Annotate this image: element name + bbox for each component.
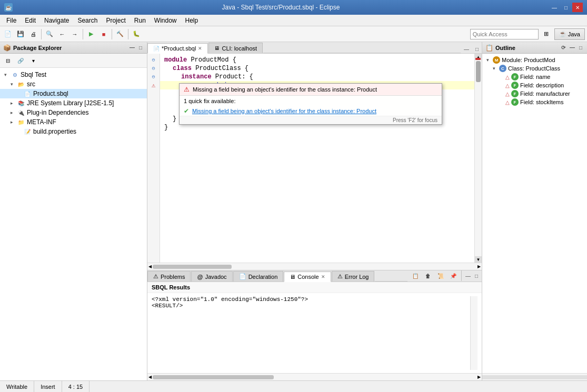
outline-extra-btn[interactable]: ⟳ (560, 44, 567, 51)
tab-problems[interactable]: ⚠ Problems (147, 271, 191, 282)
console-hscroll-right[interactable]: ▶ (476, 375, 482, 379)
editor-minimize-button[interactable]: — (461, 45, 472, 53)
tab-javadoc[interactable]: @ Javadoc (191, 271, 232, 282)
menu-window[interactable]: Window (150, 15, 181, 26)
metainf-icon: 📁 (17, 118, 25, 126)
main-layout: 📦 Package Explorer — □ ⊟ 🔗 ▾ ▾ ⚙ Sbql Te… (0, 42, 587, 380)
console-tab-close[interactable]: ✕ (321, 274, 325, 279)
bottom-maximize-button[interactable]: □ (473, 273, 480, 279)
fold-3[interactable]: ⊖ (147, 73, 160, 81)
outline-class[interactable]: ▾ C Class: ProductClass (482, 64, 587, 73)
tab-declaration[interactable]: 📄 Declaration (233, 271, 284, 282)
outline-field-name[interactable]: △ F Field: name (482, 73, 587, 81)
tree-item-metainf[interactable]: ▸ 📁 META-INF (0, 117, 147, 127)
menu-search[interactable]: Search (73, 15, 102, 26)
view-menu-button[interactable]: ▾ (27, 55, 39, 66)
quick-access-input[interactable] (470, 29, 539, 39)
maximize-button[interactable]: □ (561, 3, 571, 12)
tree-item-src[interactable]: ▾ 📂 src (0, 79, 147, 89)
popup-footer: Press 'F2' for focus (180, 116, 442, 124)
save-button[interactable]: 💾 (15, 28, 26, 40)
menu-edit[interactable]: Edit (21, 15, 40, 26)
forward-button[interactable]: → (69, 28, 81, 40)
bottom-minimize-button[interactable]: — (464, 273, 472, 279)
perspective-open-button[interactable]: ⊞ (541, 28, 552, 40)
errorlog-tab-label: Error Log (345, 274, 369, 280)
fold-1[interactable]: ⊖ (147, 56, 160, 64)
tree-item-jre[interactable]: ▸ 📚 JRE System Library [J2SE-1.5] (0, 98, 147, 108)
back-button[interactable]: ← (56, 28, 68, 40)
menu-file[interactable]: File (2, 15, 21, 26)
tree-item-product-sbql[interactable]: 📄 Product.sbql (0, 89, 147, 98)
hscroll-left-button[interactable]: ◀ (147, 264, 153, 269)
outline-field-description[interactable]: △ F Field: description (482, 81, 587, 89)
console-hscroll-thumb[interactable] (153, 375, 274, 379)
editor-vscroll[interactable]: ▲ ▼ (474, 54, 482, 263)
popup-fix-item[interactable]: ✔ Missing a field being an object's iden… (180, 106, 442, 116)
link-with-editor-button[interactable]: 🔗 (15, 55, 26, 66)
search-button[interactable]: 🔍 (44, 28, 55, 40)
tab-product-sbql[interactable]: 📄 *Product.sbql ✕ (147, 43, 208, 54)
console-pin-button[interactable]: 📌 (447, 270, 459, 282)
outline-maximize-button[interactable]: □ (578, 44, 584, 51)
tab-errorlog[interactable]: ⚠ Error Log (332, 271, 375, 282)
minimize-button[interactable]: — (549, 3, 560, 12)
jre-icon: 📚 (17, 99, 25, 107)
scroll-thumb[interactable] (476, 61, 481, 82)
quick-access-area: ⊞ ☕ Java (470, 28, 585, 40)
outline-field-stockitems[interactable]: △ F Field: stockItems (482, 98, 587, 106)
editor-maximize-button[interactable]: □ (472, 45, 482, 53)
package-explorer-header: 📦 Package Explorer — □ (0, 42, 147, 54)
tab-cli[interactable]: 🖥 CLI: localhost (208, 43, 263, 53)
console-vscroll[interactable] (470, 296, 477, 370)
outline-module[interactable]: ▾ M Module: ProductMod (482, 56, 587, 64)
hscroll-right-button[interactable]: ▶ (476, 264, 482, 269)
outline-field-manufacturer[interactable]: △ F Field: manufacturer (482, 89, 587, 98)
tree-label-src: src (27, 81, 35, 88)
popup-fix-text[interactable]: Missing a field being an object's identi… (192, 108, 376, 114)
hscroll-thumb[interactable] (153, 265, 232, 269)
field-manuf-icon: F (511, 90, 519, 97)
stop-button[interactable]: ■ (98, 28, 110, 40)
sep3 (112, 29, 112, 39)
scroll-down-button[interactable]: ▼ (475, 256, 482, 263)
gutter-empty-3 (147, 106, 160, 115)
tab-console[interactable]: 🖥 Console ✕ (284, 272, 331, 282)
console-hscroll-left[interactable]: ◀ (147, 375, 153, 379)
debug-button[interactable]: 🐛 (131, 28, 142, 40)
console-scroll-button[interactable]: 📜 (435, 270, 446, 282)
tree-item-build[interactable]: 📝 build.properties (0, 127, 147, 136)
new-button[interactable]: 📄 (2, 28, 14, 40)
hscroll-track (153, 265, 476, 269)
console-hscroll[interactable]: ◀ ▶ (147, 373, 482, 380)
console-clear-button[interactable]: 🗑 (422, 270, 434, 282)
collapse-all-button[interactable]: ⊟ (2, 55, 14, 66)
outline-minimize-button[interactable]: — (568, 44, 576, 51)
tree-item-sbqltest[interactable]: ▾ ⚙ Sbql Test (0, 70, 147, 79)
package-explorer-panel: 📦 Package Explorer — □ ⊟ 🔗 ▾ ▾ ⚙ Sbql Te… (0, 42, 147, 380)
menu-navigate[interactable]: Navigate (40, 15, 73, 26)
maximize-panel-button[interactable]: □ (137, 44, 144, 51)
close-button[interactable]: ✕ (572, 3, 583, 12)
product-tab-close[interactable]: ✕ (198, 46, 202, 51)
run-button[interactable]: ▶ (85, 28, 97, 40)
outline-hscroll[interactable] (482, 373, 587, 380)
problems-tab-icon: ⚠ (153, 273, 158, 280)
minimize-panel-button[interactable]: — (128, 44, 136, 51)
menu-run[interactable]: Run (130, 15, 150, 26)
fold-2[interactable]: ⊖ (147, 64, 160, 73)
build-props-icon: 📝 (23, 127, 32, 136)
console-content-area: <?xml version="1.0" encoding="windows-12… (147, 293, 482, 373)
editor-hscroll[interactable]: ◀ ▶ (147, 263, 482, 270)
tree-item-plugins[interactable]: ▸ 🔌 Plug-in Dependencies (0, 108, 147, 117)
console-copy-button[interactable]: 📋 (410, 270, 421, 282)
tree-label-plugins: Plug-in Dependencies (27, 109, 88, 116)
build-button[interactable]: 🔨 (114, 28, 126, 40)
print-button[interactable]: 🖨 (27, 28, 39, 40)
package-explorer-icon: 📦 (3, 44, 11, 52)
java-perspective-button[interactable]: ☕ Java (554, 28, 585, 40)
menu-help[interactable]: Help (181, 15, 203, 26)
gutter-empty-1 (147, 89, 160, 98)
console-hscroll-track (153, 375, 476, 379)
menu-project[interactable]: Project (102, 15, 130, 26)
